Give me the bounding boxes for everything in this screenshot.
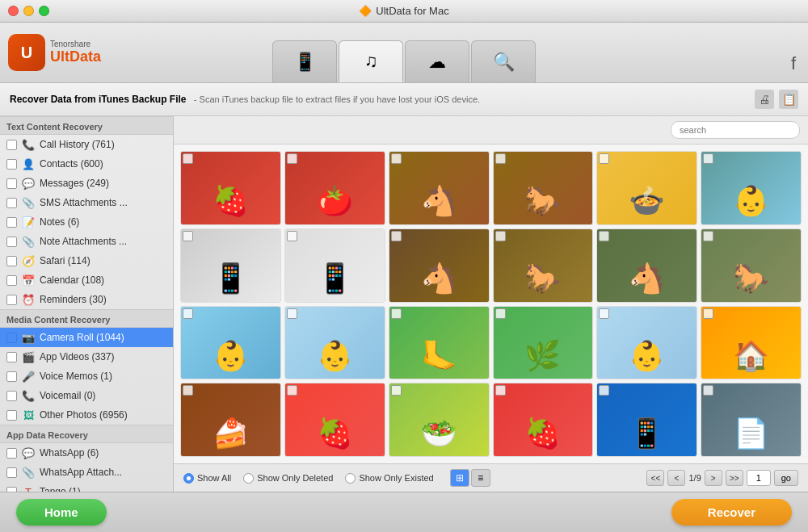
- sidebar-item-reminders[interactable]: ⏰ Reminders (30): [0, 290, 173, 309]
- sidebar-item-voice-memos[interactable]: 🎤 Voice Memos (1): [0, 367, 173, 386]
- checkbox-whatsapp[interactable]: [6, 448, 17, 459]
- checkbox-notes[interactable]: [6, 217, 17, 228]
- sidebar-item-sms-attachments[interactable]: 📎 SMS Attachments ...: [0, 193, 173, 212]
- img-checkbox-row4-6[interactable]: [703, 385, 713, 396]
- image-cell-4307[interactable]: 👶 IMG_4307.PNG: [180, 306, 281, 380]
- page-last-button[interactable]: >>: [726, 470, 743, 486]
- image-cell-del51[interactable]: 🐎 DEL_Image51: [493, 151, 594, 225]
- sidebar-item-whatsapp[interactable]: 💬 WhatsApp (6): [0, 443, 173, 463]
- search-input[interactable]: [671, 121, 800, 139]
- img-checkbox-del51[interactable]: [495, 153, 506, 164]
- radio-show-all[interactable]: Show All: [183, 473, 231, 484]
- image-cell-4302[interactable]: 🏠 IMG_4302.PNG: [701, 306, 802, 380]
- image-cell-row4-2[interactable]: 🍓: [284, 383, 385, 457]
- image-cell-row4-6[interactable]: 📄: [701, 383, 802, 457]
- img-checkbox-4305[interactable]: [391, 308, 402, 319]
- sidebar-item-contacts[interactable]: 👤 Contacts (600): [0, 154, 173, 174]
- sidebar-item-messages[interactable]: 💬 Messages (249): [0, 174, 173, 193]
- radio-show-existed-circle[interactable]: [345, 473, 356, 484]
- img-checkbox-4310[interactable]: [495, 231, 506, 241]
- sidebar-item-calendar[interactable]: 📅 Calendar (108): [0, 270, 173, 290]
- recover-button[interactable]: Recover: [671, 499, 792, 526]
- checkbox-app-videos[interactable]: [6, 352, 17, 362]
- radio-show-existed[interactable]: Show Only Existed: [345, 473, 433, 484]
- checkbox-whatsapp-attach[interactable]: [6, 467, 17, 478]
- sidebar-item-notes[interactable]: 📝 Notes (6): [0, 212, 173, 232]
- sidebar-item-call-history[interactable]: 📞 Call History (761): [0, 135, 173, 154]
- sidebar-item-voicemail[interactable]: 📞 Voicemail (0): [0, 386, 173, 405]
- img-checkbox-del48[interactable]: [183, 153, 193, 164]
- image-cell-del48[interactable]: 🍓 DEL_Image48: [180, 151, 281, 225]
- facebook-icon[interactable]: f: [791, 53, 796, 74]
- img-checkbox-4313[interactable]: [183, 231, 193, 241]
- img-checkbox-row4-2[interactable]: [287, 385, 297, 396]
- image-cell-row4-5[interactable]: 📱: [596, 383, 697, 457]
- image-cell-4305[interactable]: 🦶 IMG_4305.PNG: [389, 306, 490, 380]
- img-checkbox-row4-5[interactable]: [599, 385, 609, 396]
- image-cell-row4-4[interactable]: 🍓: [493, 383, 594, 457]
- img-checkbox-del49[interactable]: [287, 153, 297, 164]
- sidebar-item-safari[interactable]: 🧭 Safari (114): [0, 251, 173, 270]
- image-cell-del52[interactable]: 🍲 DEL_Image52: [596, 151, 697, 225]
- image-cell-4312[interactable]: 📱 IMG_4312.PNG: [284, 228, 385, 303]
- print-button[interactable]: 🖨: [755, 90, 774, 109]
- checkbox-safari[interactable]: [6, 256, 17, 266]
- img-checkbox-4304[interactable]: [495, 308, 506, 319]
- img-checkbox-4311[interactable]: [391, 231, 402, 241]
- image-cell-del49[interactable]: 🍅 DEL_Image49: [284, 151, 385, 225]
- sidebar-item-whatsapp-attach[interactable]: 📎 WhatsApp Attach...: [0, 463, 173, 482]
- img-checkbox-4307[interactable]: [183, 308, 193, 319]
- img-checkbox-4314[interactable]: [703, 153, 713, 164]
- img-checkbox-row4-1[interactable]: [183, 385, 193, 396]
- img-checkbox-row4-3[interactable]: [391, 385, 402, 396]
- checkbox-messages[interactable]: [6, 178, 17, 189]
- sidebar-item-note-attachments[interactable]: 📎 Note Attachments ...: [0, 232, 173, 251]
- image-cell-4303[interactable]: 👶 IMG_4303.PNG: [596, 306, 697, 380]
- image-cell-4304[interactable]: 🌿 IMG_4304.PNG: [493, 306, 594, 380]
- sidebar-item-tango[interactable]: T Tango (1): [0, 482, 173, 492]
- checkbox-calendar[interactable]: [6, 275, 17, 286]
- radio-show-deleted-circle[interactable]: [243, 473, 254, 484]
- image-cell-del50[interactable]: 🐴 DEL_Image50: [389, 151, 490, 225]
- image-cell-4310[interactable]: 🐎 IMG_4310.PNG: [493, 228, 594, 303]
- tab-device[interactable]: 📱: [272, 40, 337, 82]
- img-checkbox-4309[interactable]: [599, 231, 609, 241]
- img-checkbox-row4-4[interactable]: [495, 385, 506, 396]
- tab-icloud[interactable]: ☁: [405, 40, 469, 82]
- radio-show-deleted[interactable]: Show Only Deleted: [243, 473, 333, 484]
- image-cell-4308[interactable]: 🐎 IMG_4308.PNG: [701, 228, 802, 303]
- page-prev-button[interactable]: <: [667, 470, 685, 486]
- image-cell-4313[interactable]: 📱 IMG_4313.JPG: [180, 228, 281, 303]
- image-cell-row4-1[interactable]: 🍰: [180, 383, 281, 457]
- img-checkbox-4308[interactable]: [703, 231, 713, 241]
- image-cell-4309[interactable]: 🐴 IMG_4309.PNG: [596, 228, 697, 303]
- img-checkbox-4306[interactable]: [287, 308, 297, 319]
- image-cell-row4-3[interactable]: 🥗: [389, 383, 490, 457]
- sidebar-item-app-videos[interactable]: 🎬 App Videos (337): [0, 347, 173, 367]
- go-button[interactable]: go: [774, 470, 798, 486]
- minimize-button[interactable]: [23, 6, 34, 16]
- sidebar-item-camera-roll[interactable]: 📷 Camera Roll (1044): [0, 328, 173, 347]
- img-checkbox-del52[interactable]: [599, 153, 609, 164]
- img-checkbox-4312[interactable]: [287, 231, 297, 241]
- checkbox-reminders[interactable]: [6, 295, 17, 305]
- checkbox-sms-attachments[interactable]: [6, 198, 17, 208]
- img-checkbox-4303[interactable]: [599, 308, 609, 319]
- image-cell-4306[interactable]: 👶 IMG_4306.PNG: [284, 306, 385, 380]
- image-cell-4311[interactable]: 🐴 IMG_4311.PNG: [389, 228, 490, 303]
- checkbox-voice-memos[interactable]: [6, 371, 17, 382]
- home-button[interactable]: Home: [16, 499, 107, 526]
- close-button[interactable]: [8, 6, 19, 16]
- sidebar-item-other-photos[interactable]: 🖼 Other Photos (6956): [0, 405, 173, 425]
- image-cell-4314[interactable]: 👶 IMG_4314.PNG: [701, 151, 802, 225]
- checkbox-contacts[interactable]: [6, 159, 17, 170]
- radio-show-all-circle[interactable]: [183, 473, 194, 484]
- page-next-button[interactable]: >: [705, 470, 722, 486]
- checkbox-other-photos[interactable]: [6, 410, 17, 421]
- checkbox-call-history[interactable]: [6, 140, 17, 150]
- checkbox-voicemail[interactable]: [6, 391, 17, 401]
- tab-itunes[interactable]: ♫: [339, 40, 403, 82]
- maximize-button[interactable]: [39, 6, 49, 16]
- page-first-button[interactable]: <<: [646, 470, 664, 486]
- checkbox-camera-roll[interactable]: [6, 333, 17, 343]
